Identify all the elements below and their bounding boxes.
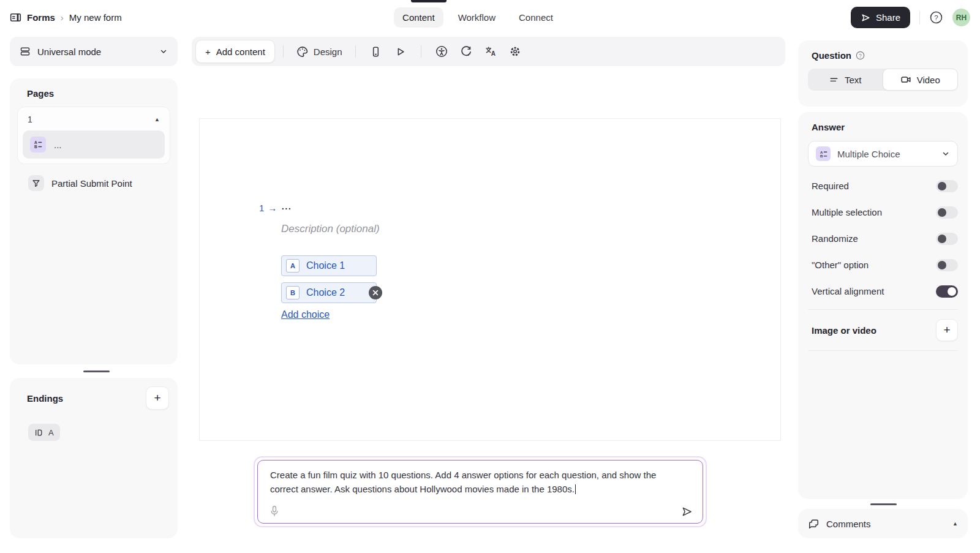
mobile-preview-button[interactable]: [366, 41, 386, 62]
page-group: 1 ▲ A B ...: [17, 107, 170, 164]
accessibility-button[interactable]: [431, 41, 452, 62]
avatar[interactable]: RH: [952, 9, 970, 26]
accessibility-icon: [435, 45, 448, 58]
refresh-dotted-button[interactable]: [456, 41, 477, 62]
svg-text:?: ?: [859, 53, 862, 59]
question-description-input[interactable]: Description (optional): [281, 223, 380, 235]
pages-panel: Pages 1 ▲ A B ...: [10, 78, 178, 364]
breadcrumb-form-name[interactable]: My new form: [69, 12, 122, 23]
question-canvas: 1 → ... Description (optional) A Choice …: [199, 118, 781, 441]
video-camera-icon: [900, 74, 911, 85]
add-content-label: Add content: [216, 47, 265, 57]
mode-selector-label: Universal mode: [37, 47, 153, 57]
help-button[interactable]: ?: [929, 10, 943, 24]
multiple-choice-icon: A B: [816, 146, 831, 161]
other-option-toggle[interactable]: [936, 259, 958, 271]
main-tabs: Content Workflow Connect: [394, 0, 562, 35]
choice-label: Choice 2: [306, 287, 345, 298]
toggle-row-required: Required: [808, 173, 958, 199]
universal-mode-icon: [20, 46, 31, 57]
collapse-up-icon[interactable]: ▲: [154, 117, 160, 122]
partial-submit-point[interactable]: Partial Submit Point: [28, 175, 170, 191]
ending-door-icon: [34, 428, 43, 437]
answer-settings-panel: Answer A B Multiple Choice Required: [798, 112, 968, 499]
canvas-toolbar: + Add content Design: [192, 37, 785, 66]
choice-label: Choice 1: [306, 260, 345, 271]
text-lines-icon: [829, 75, 839, 85]
question-number: 1: [259, 203, 264, 213]
share-label: Share: [876, 12, 900, 23]
mode-selector[interactable]: Universal mode: [10, 37, 178, 66]
tab-workflow[interactable]: Workflow: [450, 7, 504, 28]
delete-choice-button[interactable]: [369, 286, 382, 299]
toggle-row-multiple-selection: Multiple selection: [808, 199, 958, 225]
choice-key-badge: A: [286, 259, 300, 273]
add-media-button[interactable]: +: [936, 319, 958, 341]
plus-icon: +: [205, 47, 211, 57]
design-label: Design: [314, 47, 342, 57]
question-help-icon[interactable]: ?: [856, 51, 865, 60]
top-bar: Forms › My new form Content Workflow Con…: [0, 0, 980, 35]
section-divider: [808, 350, 958, 351]
type-text-label: Text: [845, 75, 862, 85]
type-video-label: Video: [917, 75, 940, 85]
ending-label: A: [48, 428, 54, 437]
settings-button[interactable]: [505, 41, 526, 62]
add-ending-button[interactable]: +: [146, 386, 169, 410]
section-divider: [808, 309, 958, 310]
tab-connect[interactable]: Connect: [510, 7, 562, 28]
answer-toggles: Required Multiple selection Randomize "O…: [808, 173, 958, 304]
page-group-header[interactable]: 1 ▲: [23, 112, 165, 127]
arrow-right-icon: →: [268, 203, 277, 213]
forms-logo-icon: [10, 12, 21, 23]
collapse-up-icon[interactable]: ▲: [952, 521, 958, 527]
funnel-icon: [28, 175, 44, 191]
translate-button[interactable]: A: [480, 41, 501, 62]
ai-prompt-input[interactable]: Create a fun film quiz with 10 questions…: [257, 460, 703, 524]
endings-title: Endings: [27, 393, 146, 404]
question-list-item[interactable]: A B ...: [23, 130, 165, 159]
add-choice-link[interactable]: Add choice: [281, 309, 330, 320]
choice-2[interactable]: B Choice 2: [281, 282, 377, 303]
vertical-alignment-toggle[interactable]: [936, 285, 958, 298]
toolbar-divider: [421, 45, 421, 58]
answer-type-value: Multiple Choice: [837, 149, 935, 159]
question-item-label: ...: [54, 140, 62, 150]
endings-panel: Endings + A: [10, 378, 178, 538]
plus-icon: +: [154, 391, 160, 405]
plus-icon: +: [943, 323, 950, 337]
share-button[interactable]: Share: [851, 7, 910, 28]
type-video-option[interactable]: Video: [883, 69, 959, 91]
required-toggle[interactable]: [936, 180, 958, 192]
translate-icon: A: [484, 45, 497, 58]
microphone-button[interactable]: [269, 505, 280, 517]
form-builder-app: Forms › My new form Content Workflow Con…: [0, 0, 980, 553]
svg-text:B: B: [820, 154, 823, 158]
send-prompt-button[interactable]: [681, 506, 693, 517]
question-title-input[interactable]: ...: [281, 198, 292, 213]
ending-item[interactable]: A: [28, 424, 60, 441]
svg-text:B: B: [34, 145, 37, 149]
add-content-button[interactable]: + Add content: [195, 40, 275, 63]
tab-content[interactable]: Content: [394, 7, 443, 28]
choice-1[interactable]: A Choice 1: [281, 255, 377, 276]
comments-panel[interactable]: Comments ▲: [798, 509, 968, 538]
multiple-selection-toggle[interactable]: [936, 206, 958, 219]
comments-label: Comments: [826, 519, 946, 529]
pages-title: Pages: [27, 88, 54, 99]
breadcrumb-forms[interactable]: Forms: [27, 12, 55, 23]
type-text-option[interactable]: Text: [808, 69, 883, 91]
left-resize-handle[interactable]: [83, 371, 110, 372]
right-resize-handle[interactable]: [870, 503, 897, 505]
answer-type-select[interactable]: A B Multiple Choice: [808, 141, 958, 167]
design-button[interactable]: Design: [292, 46, 347, 58]
ai-prompt-text: Create a fun film quiz with 10 questions…: [270, 470, 656, 494]
page-number: 1: [28, 115, 32, 124]
gear-icon: [509, 45, 521, 58]
randomize-toggle[interactable]: [936, 233, 958, 245]
preview-button[interactable]: [390, 41, 411, 62]
breadcrumb-chevron-icon: ›: [61, 12, 64, 23]
refresh-dotted-icon: [460, 45, 472, 58]
image-or-video-label: Image or video: [812, 325, 876, 336]
partial-submit-label: Partial Submit Point: [51, 178, 132, 189]
